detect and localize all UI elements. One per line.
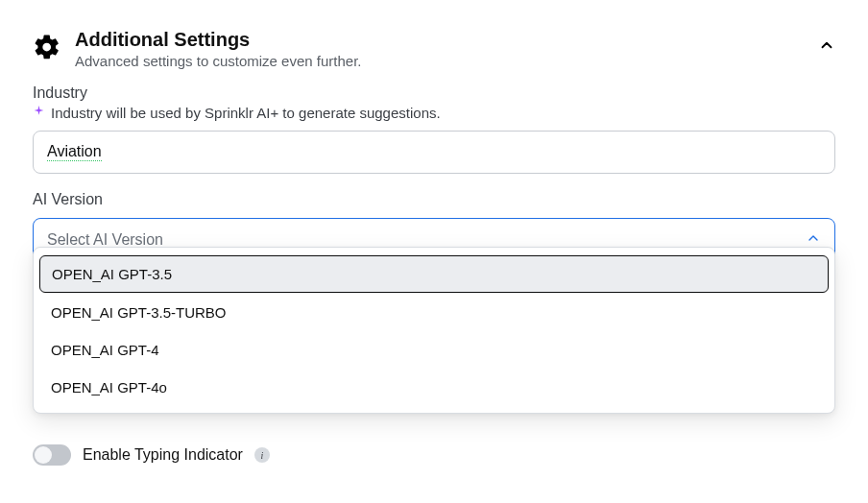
industry-input[interactable]: Aviation	[33, 131, 835, 174]
ai-version-option[interactable]: OPEN_AI GPT-4o	[39, 370, 829, 405]
collapse-toggle[interactable]	[818, 36, 835, 54]
sparkle-icon	[33, 104, 45, 121]
section-title: Additional Settings	[75, 27, 362, 52]
typing-indicator-toggle[interactable]	[33, 444, 71, 466]
gear-icon	[33, 33, 61, 61]
industry-label: Industry	[33, 84, 835, 102]
typing-indicator-label: Enable Typing Indicator	[83, 446, 243, 464]
ai-version-option[interactable]: OPEN_AI GPT-3.5	[39, 255, 829, 293]
industry-hint: Industry will be used by Sprinklr AI+ to…	[51, 105, 441, 121]
ai-version-field: AI Version Select AI Version OPEN_AI GPT…	[33, 191, 835, 262]
ai-version-option[interactable]: OPEN_AI GPT-4	[39, 332, 829, 368]
ai-version-dropdown: OPEN_AI GPT-3.5 OPEN_AI GPT-3.5-TURBO OP…	[33, 247, 835, 414]
ai-version-option[interactable]: OPEN_AI GPT-3.5-TURBO	[39, 295, 829, 330]
section-subtitle: Advanced settings to customize even furt…	[75, 53, 362, 69]
typing-indicator-row: Enable Typing Indicator i	[33, 444, 835, 466]
industry-value: Aviation	[47, 143, 102, 161]
chevron-up-icon	[818, 36, 835, 54]
additional-settings-header: Additional Settings Advanced settings to…	[33, 27, 835, 69]
industry-field: Industry Industry will be used by Sprink…	[33, 84, 835, 174]
ai-version-label: AI Version	[33, 191, 835, 208]
info-icon[interactable]: i	[254, 447, 270, 463]
